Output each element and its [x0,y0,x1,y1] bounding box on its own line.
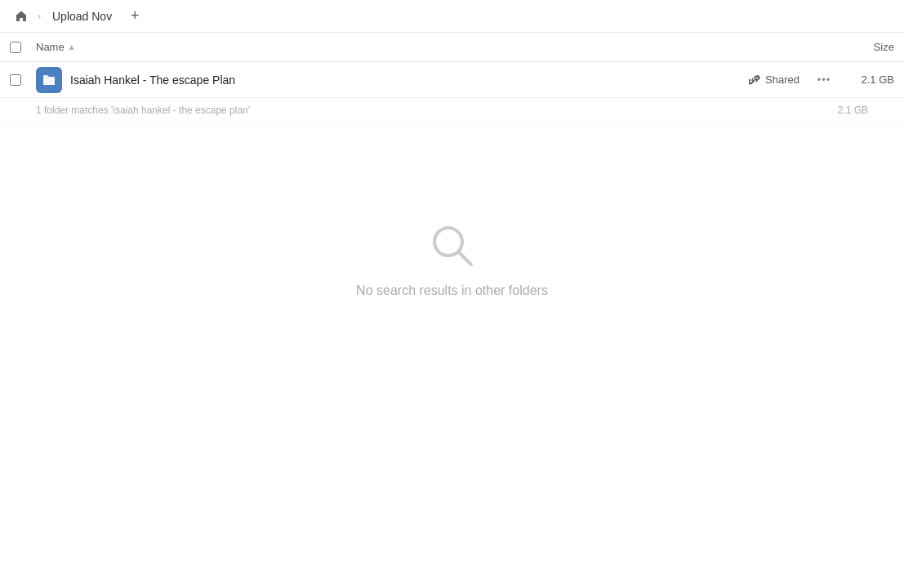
shared-badge: Shared [749,74,799,86]
file-row[interactable]: Isaiah Hankel - The escape Plan Shared •… [0,62,904,98]
row-checkbox-col [10,74,36,86]
breadcrumb-upload-nov[interactable]: Upload Nov [46,7,118,26]
no-results-text: No search results in other folders [356,283,548,298]
summary-row: 1 folder matches 'isaiah hankel - the es… [0,98,904,123]
file-size: 2.1 GB [845,74,894,86]
shared-label: Shared [765,74,799,86]
folder-icon [36,67,62,93]
summary-text: 1 folder matches 'isaiah hankel - the es… [36,105,838,116]
add-button[interactable]: + [123,5,146,28]
select-all-checkbox-col [10,42,36,53]
no-results-icon [428,221,477,270]
size-column-header: Size [829,41,894,53]
summary-size: 2.1 GB [838,105,868,116]
link-icon [749,74,760,86]
more-options-button[interactable]: ••• [813,69,835,91]
breadcrumb-separator: › [38,11,41,22]
home-button[interactable] [10,5,33,28]
svg-line-1 [458,252,471,265]
empty-state: No search results in other folders [0,123,904,298]
column-headers: Name ▲ Size [0,33,904,62]
row-checkbox[interactable] [10,74,21,86]
sort-arrow-icon: ▲ [68,42,76,51]
top-bar: › Upload Nov + [0,0,904,33]
select-all-checkbox[interactable] [10,42,21,53]
name-column-header[interactable]: Name ▲ [36,41,829,53]
file-name: Isaiah Hankel - The escape Plan [70,74,749,87]
